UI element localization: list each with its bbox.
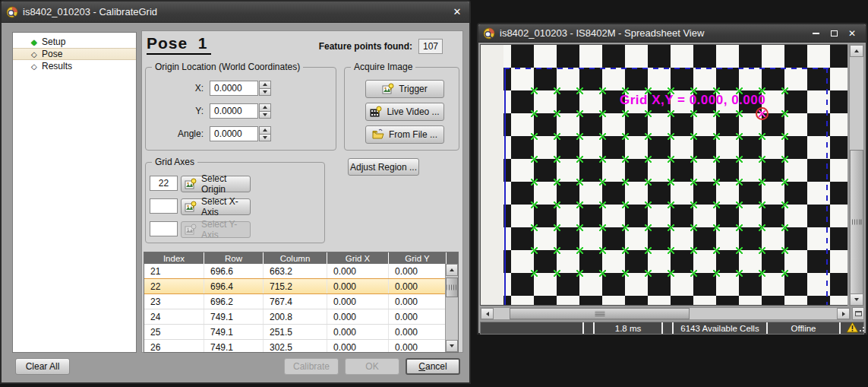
close-icon[interactable]: ✕ [450, 6, 469, 17]
feature-mark-icon [599, 270, 606, 277]
feature-mark-icon [622, 247, 629, 254]
sidebar-item-label: Pose [42, 49, 62, 59]
table-row[interactable]: 25749.1251.50.0000.000 [144, 325, 458, 340]
feature-mark-icon [781, 110, 788, 117]
button-label: Trigger [399, 84, 428, 94]
feature-mark-icon [576, 110, 583, 117]
axis-index-field[interactable] [150, 198, 178, 214]
pose-panel: Pose 1 Feature points found: 107 Origin … [141, 30, 463, 353]
diamond-filled-icon: ◆ [31, 38, 42, 46]
resize-grip[interactable] [863, 330, 864, 331]
vertical-scrollbar[interactable] [849, 44, 864, 306]
feature-mark-icon [622, 133, 629, 140]
spin-down-icon[interactable] [259, 112, 271, 119]
close-icon[interactable]: ✕ [843, 27, 861, 40]
table-cell: 749.1 [204, 325, 264, 339]
feature-mark-icon [554, 201, 560, 208]
minimize-icon[interactable] [806, 27, 825, 40]
sidebar-item-pose[interactable]: ◇Pose [13, 48, 136, 60]
spin-up-icon[interactable] [259, 103, 271, 112]
view-panel-button[interactable] [852, 307, 864, 320]
horizontal-scrollbar[interactable] [480, 307, 851, 320]
status-bar: 1.8 ms6143 Available CellsOffline [480, 322, 864, 335]
origin-value-input[interactable]: 0.0000 [210, 126, 258, 141]
feature-mark-icon [781, 224, 788, 231]
origin-value-input[interactable]: 0.0000 [210, 103, 258, 119]
feature-mark-icon [759, 270, 765, 277]
table-scrollbar[interactable] [445, 264, 458, 352]
feature-mark-icon [759, 133, 765, 140]
scroll-up-icon[interactable] [446, 264, 458, 276]
select-origin-button[interactable]: Select Origin [181, 176, 251, 192]
adjust-region-button[interactable]: Adjust Region ... [348, 158, 419, 176]
horizontal-scroll-thumb[interactable] [510, 308, 690, 319]
sidebar-item-setup[interactable]: ◆Setup [13, 36, 136, 48]
axis-index-field[interactable]: 22 [150, 176, 178, 191]
up-arrow-icon [263, 106, 267, 109]
feature-mark-icon [781, 87, 788, 94]
table-row[interactable]: 26749.1302.50.0000.000 [144, 340, 458, 353]
table-row[interactable]: 22696.4715.20.0000.000 [144, 278, 458, 294]
value-stepper [259, 81, 271, 96]
cancel-button[interactable]: Cancel [406, 358, 460, 375]
acquire-live-video-button[interactable]: Live Video ... [365, 103, 444, 121]
scroll-right-icon[interactable] [837, 308, 850, 319]
feature-mark-icon [736, 270, 743, 277]
spin-down-icon[interactable] [259, 135, 271, 142]
column-header[interactable]: Column [264, 252, 327, 264]
calibrategrid-titlebar[interactable]: is8402_010203 - CalibrateGrid ✕ [2, 2, 469, 23]
scroll-down-icon[interactable] [446, 340, 458, 352]
spreadsheet-titlebar[interactable]: is8402_010203 - IS8402M - Spreadsheet Vi… [478, 24, 866, 43]
vertical-scroll-thumb[interactable] [850, 150, 863, 294]
acquire-from-file-button[interactable]: From File ... [365, 125, 444, 144]
feature-mark-icon [599, 224, 606, 231]
feature-mark-icon [645, 110, 652, 117]
feature-mark-icon [645, 201, 652, 208]
axis-index-field[interactable] [150, 221, 178, 236]
feature-mark-icon [554, 133, 560, 140]
column-header[interactable]: Row [204, 252, 264, 264]
camera-image-viewport[interactable]: Grid X,Y = 0.000, 0.000 [480, 44, 847, 306]
insight-app-icon [6, 6, 18, 18]
scroll-down-icon[interactable] [850, 293, 863, 306]
feature-mark-icon [759, 224, 765, 231]
table-row[interactable]: 21696.6663.20.0000.000 [144, 264, 458, 279]
feature-points-label: Feature points found: [319, 41, 412, 52]
calibrate-button: Calibrate [284, 358, 339, 375]
feature-mark-icon [576, 224, 583, 231]
table-row[interactable]: 24749.1200.80.0000.000 [144, 309, 458, 325]
column-header[interactable]: Grid Y [389, 252, 447, 264]
feature-mark-icon [599, 201, 606, 208]
window-title: is8402_010203 - IS8402M - Spreadsheet Vi… [495, 27, 806, 39]
status-warning-segment[interactable] [841, 322, 863, 334]
up-arrow-icon [263, 128, 267, 132]
down-arrow-icon [450, 344, 454, 347]
table-cell: 663.2 [264, 264, 327, 278]
feature-mark-icon [531, 87, 538, 94]
feature-mark-icon [690, 179, 697, 186]
up-arrow-icon [263, 83, 267, 86]
spin-up-icon[interactable] [259, 126, 271, 135]
origin-field-row: X:0.0000 [146, 80, 336, 97]
clear-all-button[interactable]: Clear All [15, 358, 70, 375]
down-arrow-icon [263, 136, 267, 139]
warning-triangle-icon [846, 322, 859, 335]
insight-app-icon [483, 27, 495, 40]
acquire-trigger-button[interactable]: Trigger [365, 80, 444, 98]
feature-mark-icon [713, 156, 720, 163]
spin-up-icon[interactable] [259, 81, 271, 89]
origin-group-title: Origin Location (World Coordinates) [152, 62, 303, 72]
spin-down-icon[interactable] [259, 89, 271, 97]
sidebar-item-results[interactable]: ◇Results [13, 60, 136, 72]
column-header[interactable]: Index [144, 252, 204, 264]
scroll-up-icon[interactable] [850, 45, 863, 57]
origin-value-input[interactable]: 0.0000 [210, 81, 258, 96]
select-x-axis-button[interactable]: Select X-Axis [181, 198, 251, 215]
table-header: IndexRowColumnGrid XGrid Y [144, 252, 458, 264]
maximize-icon[interactable] [825, 27, 843, 40]
scroll-left-icon[interactable] [481, 308, 494, 319]
column-header[interactable]: Grid X [327, 252, 389, 264]
feature-mark-icon [736, 224, 743, 231]
table-row[interactable]: 23696.2767.40.0000.000 [144, 294, 458, 309]
table-scroll-thumb[interactable] [446, 278, 458, 297]
